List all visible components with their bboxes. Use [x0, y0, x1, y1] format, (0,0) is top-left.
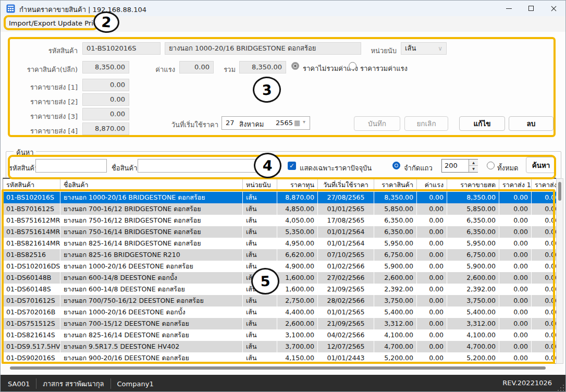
resize-grip[interactable] — [558, 385, 564, 391]
table-cell: 4,100.00 — [447, 329, 499, 341]
table-cell: 4,150.00 — [277, 352, 318, 364]
maximize-button[interactable] — [519, 1, 543, 16]
table-cell: ยางนอก 825-16/14 DEESTONE ดอกสร้อย — [60, 329, 243, 341]
wholesale-3-label: ราคาขายส่ง [3] — [21, 111, 78, 122]
table-cell: 1,600.00 — [277, 272, 318, 284]
table-cell: 0.00 — [417, 341, 447, 352]
col-header-cash-price[interactable]: ราคาขายสด — [447, 179, 499, 191]
table-cell: เส้น — [243, 307, 277, 318]
table-cell: เส้น — [243, 318, 277, 329]
table-row[interactable]: 01-BS821614MRยางนอก 825-16/14 BRIDGESTON… — [3, 238, 556, 249]
col-header-price[interactable]: ราคาสินค้า — [374, 179, 417, 191]
table-cell: 4,100.00 — [374, 329, 417, 341]
status-divider — [110, 378, 111, 389]
table-row[interactable]: 01-DS821614Sยางนอก 825-16/14 DEESTONE ดอ… — [3, 329, 556, 341]
table-row[interactable]: 01-DS102016DSS111ยางนอก 1000-20/16 DEEST… — [3, 261, 556, 272]
limit-rows-label: จำกัดแถว — [404, 163, 433, 174]
spinner-up-icon[interactable]: ▲ — [469, 160, 478, 166]
table-cell: 01/01/2564 — [318, 238, 374, 249]
table-cell: 01-DS821614S — [3, 329, 60, 341]
table-row[interactable]: 01-DS701612Sยางนอก 700/750-16/12 DEESTON… — [3, 295, 556, 307]
col-header-labor[interactable]: ค่าแรง — [417, 179, 447, 191]
search-group-label: ค้นหา — [14, 147, 36, 158]
horizontal-scrollbar[interactable] — [2, 364, 563, 373]
table-cell: 0.00 — [532, 261, 556, 272]
col-header-product-name[interactable]: ชื่อสินค้า — [60, 179, 243, 191]
table-cell: 01-BS751612MR — [3, 215, 60, 226]
table-cell: 01-DS902016S — [3, 352, 60, 364]
table-cell: 0.00 — [532, 329, 556, 341]
edit-button[interactable]: แก้ไข — [459, 116, 505, 131]
col-header-cost[interactable]: ราคาทุน — [277, 179, 318, 191]
search-name-label: ชื่อสินค้า — [112, 163, 137, 174]
table-cell: 0.00 — [417, 318, 447, 329]
table-cell: 2,600.00 — [277, 318, 318, 329]
table-cell: 0.00 — [417, 215, 447, 226]
table-cell: 04/02/2566 — [318, 329, 374, 341]
horizontal-scrollbar-thumb[interactable] — [10, 366, 546, 370]
col-header-start-date[interactable]: วันที่เริ่มใช้ราคา — [318, 179, 374, 191]
menu-import-export[interactable]: Import/Export — [9, 19, 56, 27]
table-cell: 0.00 — [532, 341, 556, 352]
search-code-label: รหัสสินค้า — [9, 163, 38, 174]
table-cell: 3,700.00 — [277, 341, 318, 352]
table-cell: 3,100.00 — [277, 329, 318, 341]
table-cell: 0.00 — [417, 261, 447, 272]
table-row[interactable]: 01-DS9.517.5HV402ยางนอก 9.5R17.5 DEESTON… — [3, 341, 556, 352]
table-row[interactable]: 01-BS701612Sยางนอก 700-16/12 BRIDGESTONE… — [3, 203, 556, 215]
col-header-unit[interactable]: หน่วยนับ — [243, 179, 277, 191]
table-row[interactable]: 01-BS82516ยางนอก 825-16 BRIDGESTONE R210… — [3, 249, 556, 261]
table-cell: 6,350.00 — [447, 215, 499, 226]
table-cell: 0.00 — [532, 307, 556, 318]
table-cell: 2,750.00 — [277, 295, 318, 307]
radio-price-excl-labor[interactable] — [291, 62, 299, 70]
table-row[interactable]: 01-BS751612MRยางนอก 750-16/12 BRIDGESTON… — [3, 215, 556, 226]
save-button[interactable]: บันทึก — [354, 116, 400, 131]
table-cell: 0.00 — [499, 318, 532, 329]
table-cell: ยางนอก 900-20/16 DEESTONE ดอกสร้อย — [60, 352, 243, 364]
minimize-button[interactable] — [497, 1, 521, 16]
product-name-field: ยางนอก 1000-20/16 BRIDGESTONE ดอกสร้อย — [165, 42, 361, 55]
table-row[interactable]: 01-DS60148Bยางนอก 600-14/8 DEESTONE ดอกบ… — [3, 272, 556, 284]
unit-dropdown[interactable]: เส้น ∨ — [401, 42, 447, 55]
radio-price-incl-labor[interactable] — [349, 62, 356, 70]
table-cell: 5,900.00 — [447, 261, 499, 272]
price-start-date-picker[interactable]: 27 สิงหาคม 2565 ▦ ▾ — [222, 116, 310, 130]
table-cell: 0.00 — [499, 203, 532, 215]
table-cell: 27/08/2565 — [318, 192, 374, 203]
col-header-wholesale-1[interactable]: ราคาส่ง 1 — [499, 179, 532, 191]
current-price-only-checkbox[interactable]: ✓ — [288, 162, 296, 170]
table-cell: 0.00 — [499, 249, 532, 261]
table-cell: 5,900.00 — [374, 261, 417, 272]
search-name-input[interactable] — [138, 159, 280, 173]
table-cell: 0.00 — [499, 238, 532, 249]
table-row[interactable]: 01-BS751614MRยางนอก 750-16/14 BRIDGESTON… — [3, 226, 556, 238]
col-header-wholesale-2[interactable]: ราคาส่ง 2 — [532, 179, 556, 191]
close-button[interactable] — [542, 1, 565, 16]
cancel-button[interactable]: ยกเลิก — [404, 116, 448, 131]
labor-field: 0.00 — [179, 61, 214, 74]
vertical-scrollbar-thumb[interactable] — [558, 182, 561, 201]
vertical-scrollbar[interactable] — [556, 178, 563, 364]
search-code-input[interactable] — [35, 159, 107, 173]
date-day: 27 — [226, 119, 235, 127]
spinner-down-icon[interactable]: ▼ — [469, 166, 478, 172]
table-row[interactable]: 01-BS102016Sยางนอก 1000-20/16 BRIDGESTON… — [3, 192, 556, 203]
table-cell: เส้น — [243, 284, 277, 295]
col-header-product-code[interactable]: รหัสสินค้า — [3, 179, 60, 191]
search-button[interactable]: ค้นหา — [526, 157, 556, 173]
table-row[interactable]: 01-DS702016Bยางนอก 1000-20/16 DEESTONE ด… — [3, 307, 556, 318]
table-cell: 0.00 — [417, 192, 447, 203]
table-row[interactable]: 01-DS60148Sยางนอก 600-14/8 DEESTONE ดอกส… — [3, 284, 556, 295]
row-limit-spinner[interactable]: 200 ▲ ▼ — [441, 159, 478, 173]
table-row[interactable]: 01-DS751512Sยางนอก 700-15/12 DEESTONE ดอ… — [3, 318, 556, 329]
menu-update-price[interactable]: Update Price — [58, 19, 101, 27]
delete-button[interactable]: ลบ — [509, 116, 553, 131]
table-cell: 4,700.00 — [447, 341, 499, 352]
table-cell: ยางนอก 9.5R17.5 DEESTONE HV402 — [60, 341, 243, 352]
product-code-label: รหัสสินค้า — [32, 45, 78, 56]
radio-limit-rows[interactable] — [392, 162, 400, 169]
wholesale-4-label: ราคาขายส่ง [4] — [21, 126, 78, 137]
radio-all-rows[interactable] — [487, 162, 495, 169]
table-row[interactable]: 01-DS902016Sยางนอก 900-20/16 DEESTONE ดอ… — [3, 352, 556, 364]
